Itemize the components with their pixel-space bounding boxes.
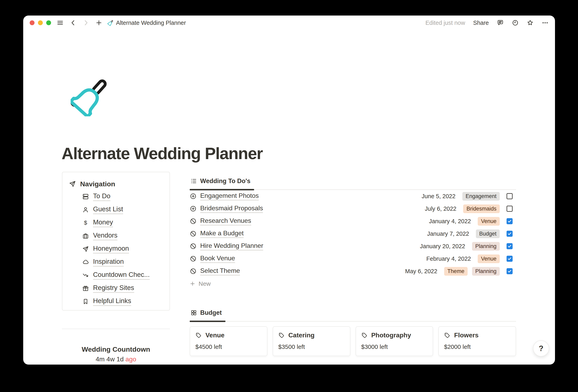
todo-rows: Engagement Photos June 5, 2022 Engagemen… <box>190 190 516 277</box>
todo-tags: ThemePlanning <box>444 267 500 276</box>
todo-tags: Planning <box>472 242 500 251</box>
favorite-star-icon[interactable] <box>527 19 533 26</box>
forward-icon[interactable] <box>83 19 89 26</box>
todo-tags: Bridesmaids <box>463 205 500 213</box>
budget-card-catering[interactable]: Catering $3500 left <box>273 326 350 356</box>
zoom-button[interactable] <box>46 20 51 25</box>
todo-title-link[interactable]: Hire Wedding Planner <box>200 242 263 251</box>
todo-status-icon <box>190 230 196 237</box>
tab-label: Wedding To Do's <box>200 177 250 185</box>
budget-card-amount: $4500 left <box>195 343 262 350</box>
budget-card-amount: $3500 left <box>278 343 345 350</box>
todo-checkbox[interactable] <box>507 218 513 224</box>
todo-row: Make a Budget January 7, 2022 Budget <box>190 227 516 240</box>
countdown-value: 4m 4w 1d ago <box>62 355 170 363</box>
edited-status: Edited just now <box>426 20 465 26</box>
breadcrumb-page-title[interactable]: Alternate Wedding Planner <box>116 20 186 26</box>
todo-title-link[interactable]: Engagement Photos <box>200 192 259 200</box>
tag-pill-engagement: Engagement <box>462 192 500 201</box>
todo-row-meta: May 6, 2022 ThemePlanning <box>405 267 516 276</box>
page-title[interactable]: Alternate Wedding Planner <box>61 144 263 163</box>
todo-checkbox[interactable] <box>507 193 513 199</box>
budget-card-flowers[interactable]: Flowers $2000 left <box>438 326 516 356</box>
sidebar-item-helpful-links[interactable]: Helpful Links <box>82 295 170 308</box>
todo-checkbox[interactable] <box>507 268 513 274</box>
countdown-duration: 4m 4w 1d <box>96 355 124 363</box>
sidebar-item-money[interactable]: Money <box>82 216 170 229</box>
new-page-icon[interactable] <box>96 19 102 26</box>
tab-wedding-todos[interactable]: Wedding To Do's <box>190 177 254 189</box>
updates-clock-icon[interactable] <box>512 19 519 26</box>
todo-status-icon <box>190 255 196 262</box>
todo-title-link[interactable]: Bridesmaid Proposals <box>200 205 263 213</box>
sidebar-item-registry-sites[interactable]: Registry Sites <box>82 282 170 295</box>
todo-row: Research Venues January 4, 2022 Venue <box>190 215 516 227</box>
todo-checkbox[interactable] <box>507 231 513 237</box>
todo-title-link[interactable]: Book Venue <box>200 255 235 263</box>
navigation-header-label: Navigation <box>80 180 115 188</box>
todo-row-meta: February 4, 2022 Venue <box>427 255 516 263</box>
page-bell-icon <box>108 20 114 26</box>
new-todo-button[interactable]: New <box>190 277 516 290</box>
budget-card-title: Catering <box>289 332 315 339</box>
close-button[interactable] <box>30 20 35 25</box>
tag-icon <box>361 332 368 339</box>
todo-row: Select Theme May 6, 2022 ThemePlanning <box>190 265 516 277</box>
todo-title-link[interactable]: Make a Budget <box>200 229 243 238</box>
tag-icon <box>278 332 285 339</box>
sidebar-item-vendors[interactable]: Vendors <box>82 229 170 242</box>
todo-date: January 7, 2022 <box>427 230 469 237</box>
budget-card-title: Venue <box>205 332 224 339</box>
navigation-card: Navigation To Do Guest List Money Vendor… <box>62 172 170 310</box>
navigation-header: Navigation <box>69 179 170 188</box>
todo-title-link[interactable]: Research Venues <box>200 217 251 225</box>
todo-title-link[interactable]: Select Theme <box>200 267 240 275</box>
sidebar-item-to-do[interactable]: To Do <box>82 190 170 203</box>
todo-tags: Venue <box>478 255 500 263</box>
budget-card-header: Catering <box>278 332 345 339</box>
todo-checkbox[interactable] <box>507 243 513 249</box>
todo-checkbox[interactable] <box>507 206 513 212</box>
todo-date: January 20, 2022 <box>420 243 465 250</box>
nav-item-icon <box>82 206 89 213</box>
todo-status-icon <box>190 268 196 275</box>
sidebar-toggle-icon[interactable] <box>57 19 64 26</box>
check-icon <box>507 257 512 261</box>
titlebar: Alternate Wedding Planner Edited just no… <box>23 15 555 30</box>
countdown-suffix: ago <box>126 355 136 363</box>
page-icon-bell[interactable] <box>71 76 111 116</box>
sidebar-item-inspiration[interactable]: Inspiration <box>82 256 170 269</box>
budget-card-amount: $2000 left <box>444 343 510 350</box>
budget-card-venue[interactable]: Venue $4500 left <box>190 326 267 356</box>
more-options-icon[interactable] <box>542 19 549 26</box>
share-button[interactable]: Share <box>473 20 489 26</box>
minimize-button[interactable] <box>38 20 43 25</box>
todo-checkbox[interactable] <box>507 256 513 262</box>
back-icon[interactable] <box>70 19 77 26</box>
list-view-icon <box>191 178 197 184</box>
tag-pill-budget: Budget <box>476 229 500 238</box>
sidebar-item-countdown-chec[interactable]: Countdown Chec... <box>82 269 170 282</box>
budget-view-tabs: Budget <box>190 304 516 322</box>
todo-status-icon <box>190 243 196 250</box>
sidebar-item-guest-list[interactable]: Guest List <box>82 203 170 216</box>
send-icon <box>69 180 76 187</box>
sidebar-item-honeymoon[interactable]: Honeymoon <box>82 242 170 256</box>
todo-tags: Budget <box>476 229 500 238</box>
nav-item-icon <box>82 285 89 292</box>
todo-row-meta: January 20, 2022 Planning <box>420 242 516 251</box>
budget-card-title: Photography <box>371 332 411 339</box>
nav-item-label: Honeymoon <box>93 245 129 254</box>
help-button[interactable]: ? <box>533 340 549 356</box>
todo-date: February 4, 2022 <box>427 256 471 262</box>
todo-status-icon <box>190 205 196 212</box>
nav-item-icon <box>82 193 89 200</box>
todo-row-meta: June 5, 2022 Engagement <box>422 192 516 201</box>
tag-pill-venue: Venue <box>478 255 500 263</box>
budget-card-photography[interactable]: Photography $3000 left <box>356 326 433 356</box>
comments-icon[interactable] <box>497 19 504 26</box>
new-todo-label: New <box>198 280 211 287</box>
todo-tags: Venue <box>478 217 500 226</box>
tab-budget[interactable]: Budget <box>190 308 225 321</box>
todo-tags: Engagement <box>462 192 500 201</box>
